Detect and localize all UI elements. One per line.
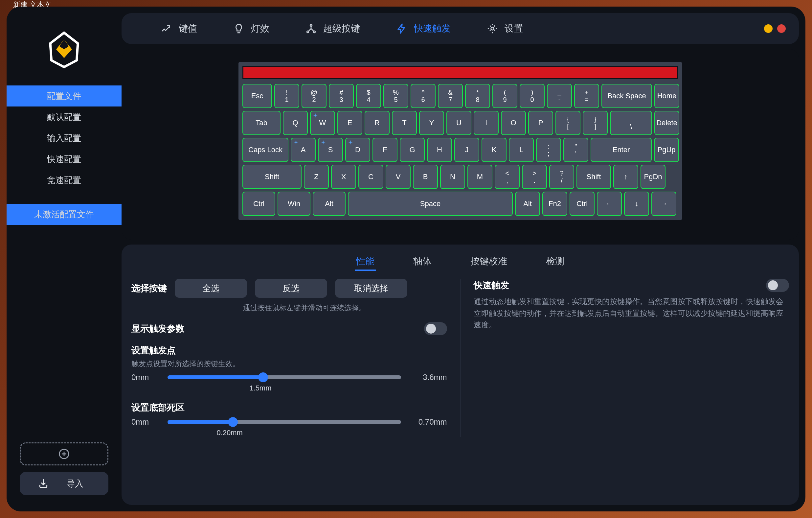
key[interactable]: → — [651, 192, 676, 216]
app-window: 配置文件 默认配置输入配置快速配置竞速配置 未激活配置文件 导入 键值灯效超级按… — [6, 6, 806, 512]
key[interactable]: Back Space — [602, 84, 652, 108]
key[interactable]: Alt — [515, 192, 540, 216]
key[interactable]: Alt — [313, 192, 346, 216]
key[interactable]: Win — [278, 192, 311, 216]
key[interactable]: U — [446, 111, 471, 135]
key[interactable]: R — [365, 111, 389, 135]
key[interactable]: }] — [583, 111, 608, 135]
key[interactable]: P — [528, 111, 553, 135]
minimize-dot[interactable] — [764, 24, 773, 33]
key[interactable]: B — [413, 165, 438, 189]
key[interactable]: $4 — [356, 84, 381, 108]
add-profile-button[interactable] — [20, 442, 108, 465]
sidebar-profile-item[interactable]: 输入配置 — [6, 128, 121, 148]
trigger-point-slider[interactable] — [168, 375, 401, 379]
key[interactable]: Enter — [590, 138, 652, 162]
key[interactable]: T — [392, 111, 417, 135]
select-hint: 通过按住鼠标左键并滑动可连续选择。 — [243, 303, 447, 313]
key[interactable]: E — [337, 111, 362, 135]
key[interactable]: Y — [419, 111, 444, 135]
key[interactable]: "' — [563, 138, 588, 162]
show-params-toggle[interactable] — [424, 322, 447, 335]
key[interactable]: #3 — [329, 84, 354, 108]
select-all-button[interactable]: 全选 — [175, 279, 247, 298]
key[interactable]: H — [427, 138, 452, 162]
key[interactable]: Home — [654, 84, 679, 108]
key[interactable]: Z — [304, 165, 329, 189]
key[interactable]: Fn2 — [542, 192, 567, 216]
key[interactable]: Shift — [242, 165, 301, 189]
key[interactable]: D — [345, 138, 370, 162]
key[interactable]: G — [400, 138, 425, 162]
key[interactable]: Ctrl — [242, 192, 275, 216]
key[interactable]: Delete — [654, 111, 679, 135]
key[interactable]: M — [467, 165, 492, 189]
slider1-min: 0mm — [132, 373, 161, 382]
top-tab[interactable]: 键值 — [161, 22, 197, 35]
key[interactable]: ^6 — [411, 84, 436, 108]
invert-selection-button[interactable]: 反选 — [255, 279, 327, 298]
key[interactable]: )0 — [520, 84, 545, 108]
key[interactable]: += — [574, 84, 599, 108]
key[interactable]: Space — [348, 192, 513, 216]
rapid-trigger-toggle[interactable] — [766, 279, 789, 292]
clear-selection-button[interactable]: 取消选择 — [335, 279, 407, 298]
key[interactable]: K — [482, 138, 506, 162]
key[interactable]: ↑ — [613, 165, 638, 189]
key[interactable]: :; — [536, 138, 561, 162]
key[interactable]: L — [509, 138, 534, 162]
key[interactable]: _- — [547, 84, 572, 108]
tab-icon — [487, 23, 498, 34]
key[interactable]: V — [386, 165, 411, 189]
key[interactable]: A — [291, 138, 316, 162]
panel-tab[interactable]: 轴体 — [412, 253, 433, 271]
top-tab[interactable]: 设置 — [487, 22, 523, 35]
key[interactable]: &7 — [438, 84, 463, 108]
sidebar-profile-item[interactable]: 快速配置 — [6, 148, 121, 170]
key[interactable]: Tab — [242, 111, 281, 135]
panel-tab[interactable]: 检测 — [545, 253, 566, 271]
key[interactable]: X — [331, 165, 356, 189]
panel-tab[interactable]: 按键校准 — [469, 253, 509, 271]
key[interactable]: >. — [522, 165, 547, 189]
key[interactable]: PgUp — [654, 138, 679, 162]
import-button[interactable]: 导入 — [20, 472, 108, 495]
key[interactable]: Q — [283, 111, 308, 135]
sidebar-profile-item[interactable]: 默认配置 — [6, 107, 121, 128]
key[interactable]: @2 — [301, 84, 326, 108]
key[interactable]: J — [454, 138, 479, 162]
sidebar-profile-item[interactable]: 竞速配置 — [6, 170, 121, 191]
top-tab[interactable]: 超级按键 — [306, 22, 360, 35]
deadzone-slider[interactable] — [168, 420, 401, 424]
key[interactable]: %5 — [383, 84, 408, 108]
close-dot[interactable] — [777, 24, 786, 33]
key[interactable]: W — [310, 111, 335, 135]
key[interactable]: (9 — [492, 84, 517, 108]
key[interactable]: F — [373, 138, 398, 162]
sidebar-inactive-header[interactable]: 未激活配置文件 — [6, 204, 121, 225]
panel-tab[interactable]: 性能 — [355, 253, 376, 271]
key[interactable]: Shift — [577, 165, 611, 189]
top-tab[interactable]: 快速触发 — [396, 22, 451, 35]
key[interactable]: ← — [597, 192, 622, 216]
key[interactable]: !1 — [274, 84, 299, 108]
sidebar-profiles-header[interactable]: 配置文件 — [6, 85, 121, 107]
slider1-value: 1.5mm — [249, 384, 447, 392]
key[interactable]: Esc — [242, 84, 272, 108]
key[interactable]: ?/ — [549, 165, 574, 189]
key[interactable]: |\ — [610, 111, 652, 135]
key[interactable]: Caps Lock — [242, 138, 288, 162]
key[interactable]: {[ — [555, 111, 580, 135]
key[interactable]: <, — [495, 165, 520, 189]
key[interactable]: S — [318, 138, 343, 162]
top-tab[interactable]: 灯效 — [233, 22, 269, 35]
key[interactable]: PgDn — [641, 165, 666, 189]
key[interactable]: O — [501, 111, 526, 135]
key[interactable]: Ctrl — [570, 192, 594, 216]
key[interactable]: C — [358, 165, 383, 189]
key[interactable]: I — [474, 111, 499, 135]
svg-point-2 — [307, 31, 309, 33]
key[interactable]: ↓ — [624, 192, 649, 216]
key[interactable]: N — [440, 165, 465, 189]
key[interactable]: *8 — [465, 84, 490, 108]
